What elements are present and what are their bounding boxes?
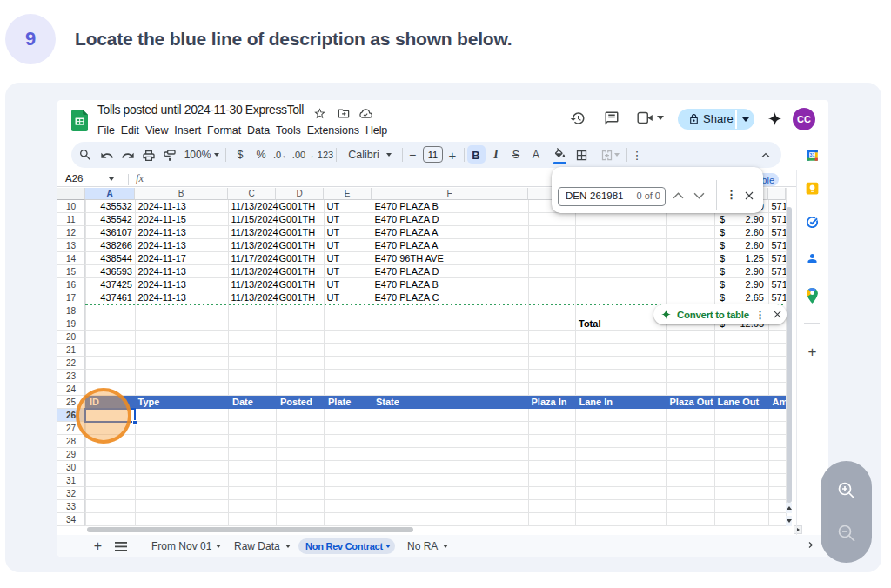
svg-text:31: 31 — [810, 152, 815, 157]
